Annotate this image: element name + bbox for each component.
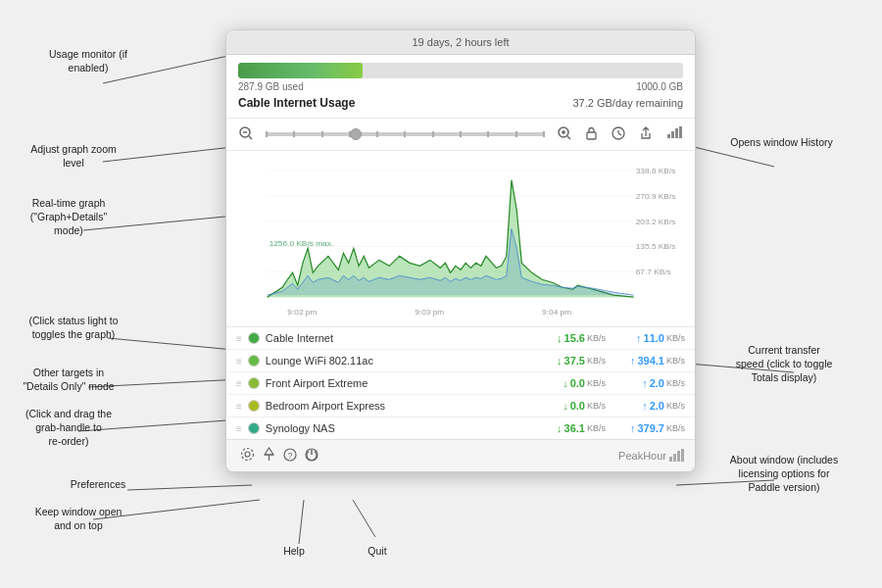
- device-row: ≡ Front Airport Extreme ↓ 0.0 KB/s ↑ 2.0…: [226, 372, 695, 395]
- zoom-out-button[interactable]: [234, 123, 258, 146]
- svg-text:67.7 KB/s: 67.7 KB/s: [636, 268, 671, 276]
- speed-up-5[interactable]: ↑ 379.7 KB/s: [612, 422, 685, 434]
- svg-rect-55: [681, 449, 684, 462]
- quit-button[interactable]: [301, 446, 322, 466]
- status-dot-2[interactable]: [248, 355, 260, 367]
- svg-point-44: [245, 452, 250, 457]
- svg-rect-54: [677, 451, 680, 462]
- app-window: 19 days, 2 hours left 287.9 GB used 1000…: [225, 29, 696, 472]
- toolbar: [226, 119, 695, 151]
- usage-bar-container: [238, 63, 683, 78]
- usage-bar-fill: [238, 63, 363, 78]
- device-row: ≡ Synology NAS ↓ 36.1 KB/s ↑ 379.7 KB/s: [226, 417, 695, 439]
- svg-line-9: [353, 500, 375, 537]
- svg-point-45: [242, 449, 254, 461]
- zoom-slider[interactable]: [266, 132, 545, 136]
- logo-text: PeakHour: [618, 450, 666, 462]
- device-name-3: Front Airport Extreme: [266, 377, 526, 389]
- device-list: ≡ Cable Internet ↓ 15.6 KB/s ↑ 11.0 KB/s…: [226, 327, 695, 439]
- usage-used-label: 287.9 GB used: [238, 81, 304, 92]
- help-button[interactable]: ?: [279, 446, 301, 466]
- speed-down-3[interactable]: ↓ 0.0 KB/s: [532, 377, 606, 389]
- svg-line-15: [249, 136, 252, 139]
- status-dot-5[interactable]: [248, 422, 260, 434]
- clock-button[interactable]: [607, 123, 630, 146]
- svg-text:135.5 KB/s: 135.5 KB/s: [636, 243, 676, 252]
- svg-rect-24: [667, 134, 670, 138]
- annotation-adjust-zoom: Adjust graph zoom level: [20, 142, 127, 170]
- annotation-opens-history: Opens window History: [706, 135, 858, 149]
- svg-text:9:02 pm: 9:02 pm: [287, 308, 317, 317]
- annotation-about-window: About window (includeslicensing options …: [701, 453, 867, 495]
- svg-rect-25: [671, 131, 674, 138]
- history-button[interactable]: [662, 122, 687, 146]
- svg-line-8: [299, 500, 304, 544]
- usage-title: Cable Internet Usage: [238, 96, 355, 110]
- pin-button[interactable]: [259, 445, 279, 466]
- drag-handle-1[interactable]: ≡: [236, 333, 242, 344]
- annotation-click-status: (Click status light totoggles the graph): [5, 314, 142, 341]
- annotation-keep-window: Keep window openand on top: [20, 505, 137, 532]
- graph-area: 1256.0 KB/s max. 338.6 KB/s 270.9 KB/s 2…: [226, 151, 695, 327]
- svg-text:338.6 KB/s: 338.6 KB/s: [636, 167, 676, 175]
- svg-text:9:04 pm: 9:04 pm: [542, 308, 571, 317]
- svg-rect-52: [669, 457, 672, 462]
- drag-handle-5[interactable]: ≡: [236, 423, 242, 434]
- drag-handle-3[interactable]: ≡: [236, 378, 242, 389]
- svg-line-23: [618, 133, 621, 135]
- annotation-drag-handle: (Click and drag thegrab-handle tore-orde…: [0, 407, 137, 449]
- speed-down-5[interactable]: ↓ 36.1 KB/s: [532, 422, 606, 434]
- svg-rect-27: [679, 126, 682, 138]
- speed-up-1[interactable]: ↑ 11.0 KB/s: [612, 332, 685, 344]
- speed-up-4[interactable]: ↑ 2.0 KB/s: [612, 400, 685, 412]
- device-name-2: Lounge WiFi 802.11ac: [266, 355, 526, 367]
- lock-button[interactable]: [580, 123, 603, 146]
- speed-up-2[interactable]: ↑ 394.1 KB/s: [612, 355, 685, 367]
- svg-text:?: ?: [287, 451, 292, 461]
- preferences-button[interactable]: [236, 445, 259, 466]
- annotation-realtime-graph: Real-time graph("Graph+Details"mode): [10, 196, 127, 238]
- speed-down-2[interactable]: ↓ 37.5 KB/s: [532, 355, 606, 367]
- drag-handle-4[interactable]: ≡: [236, 401, 242, 412]
- annotation-other-targets: Other targets in"Details Only" mode: [5, 366, 132, 393]
- status-dot-1[interactable]: [248, 332, 260, 344]
- speed-up-3[interactable]: ↑ 2.0 KB/s: [612, 377, 685, 389]
- svg-text:270.9 KB/s: 270.9 KB/s: [636, 192, 676, 201]
- svg-rect-26: [675, 128, 678, 138]
- usage-bar-labels: 287.9 GB used 1000.0 GB: [238, 81, 683, 92]
- svg-rect-53: [673, 454, 676, 462]
- status-dot-4[interactable]: [248, 400, 260, 412]
- svg-text:203.2 KB/s: 203.2 KB/s: [636, 218, 676, 226]
- annotation-usage-monitor: Usage monitor (if enabled): [29, 47, 147, 74]
- annotation-current-transfer: Current transferspeed (click to toggleTo…: [706, 343, 862, 385]
- device-row: ≡ Lounge WiFi 802.11ac ↓ 37.5 KB/s ↑ 394…: [226, 350, 695, 372]
- speed-down-4[interactable]: ↓ 0.0 KB/s: [532, 400, 606, 412]
- drag-handle-2[interactable]: ≡: [236, 356, 242, 367]
- bottom-bar: ? PeakHour: [226, 439, 695, 471]
- speed-down-1[interactable]: ↓ 15.6 KB/s: [532, 332, 606, 344]
- svg-text:1256.0 KB/s max.: 1256.0 KB/s max.: [270, 240, 334, 249]
- device-row: ≡ Cable Internet ↓ 15.6 KB/s ↑ 11.0 KB/s: [226, 327, 695, 350]
- share-button[interactable]: [634, 123, 658, 146]
- peakhour-logo: PeakHour: [618, 449, 685, 463]
- usage-section: 287.9 GB used 1000.0 GB Cable Internet U…: [226, 55, 695, 119]
- device-row: ≡ Bedroom Airport Express ↓ 0.0 KB/s ↑ 2…: [226, 395, 695, 417]
- svg-line-6: [127, 485, 252, 490]
- svg-text:9:03 pm: 9:03 pm: [415, 308, 444, 317]
- annotation-quit: Quit: [353, 544, 402, 558]
- usage-total-label: 1000.0 GB: [636, 81, 683, 92]
- svg-line-19: [567, 136, 570, 139]
- usage-title-row: Cable Internet Usage 37.2 GB/day remaini…: [238, 96, 683, 110]
- title-bar: 19 days, 2 hours left: [226, 30, 695, 55]
- status-dot-3[interactable]: [248, 377, 260, 389]
- zoom-in-button[interactable]: [553, 123, 576, 146]
- svg-rect-20: [587, 132, 596, 139]
- annotation-preferences: Preferences: [59, 477, 137, 491]
- device-name-4: Bedroom Airport Express: [266, 400, 526, 412]
- device-name-5: Synology NAS: [266, 422, 526, 434]
- usage-remaining: 37.2 GB/day remaining: [572, 97, 683, 109]
- device-name-1: Cable Internet: [266, 332, 526, 344]
- annotation-help: Help: [270, 544, 318, 558]
- title-text: 19 days, 2 hours left: [412, 36, 509, 48]
